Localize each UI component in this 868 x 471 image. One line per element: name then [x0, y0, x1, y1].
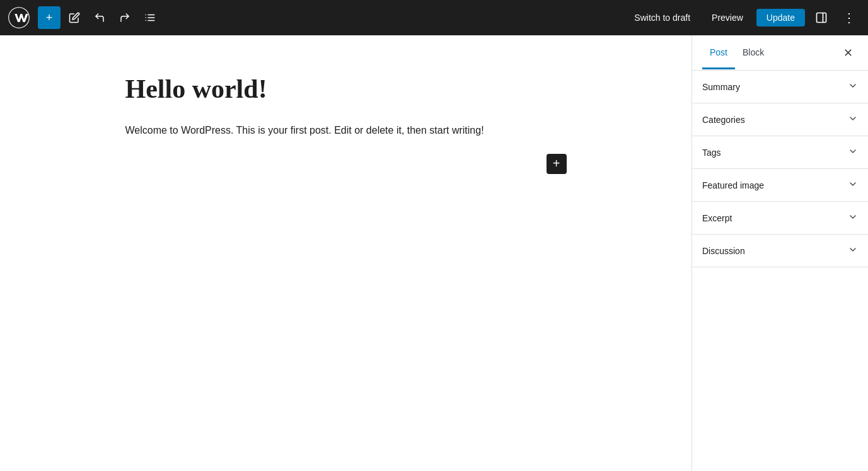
- tab-post[interactable]: Post: [702, 37, 735, 69]
- toolbar-right: Switch to draft Preview Update ⋮: [626, 6, 860, 29]
- sidebar-toggle-button[interactable]: [810, 6, 833, 29]
- panel-featured-image-title: Featured image: [702, 180, 764, 190]
- sidebar-panels: Summary Categories Tags: [692, 71, 868, 471]
- panel-categories-header[interactable]: Categories: [692, 103, 868, 136]
- panel-tags-title: Tags: [702, 148, 721, 158]
- tab-block[interactable]: Block: [735, 37, 772, 69]
- switch-to-draft-button[interactable]: Switch to draft: [626, 8, 698, 27]
- wp-logo[interactable]: [8, 6, 30, 29]
- chevron-summary-icon: [848, 81, 858, 93]
- chevron-discussion-icon: [848, 245, 858, 257]
- editor-content: Hello world! Welcome to WordPress. This …: [125, 73, 567, 433]
- panel-featured-image-header[interactable]: Featured image: [692, 169, 868, 201]
- panel-excerpt-title: Excerpt: [702, 213, 732, 223]
- svg-rect-7: [817, 13, 826, 23]
- panel-discussion: Discussion: [692, 235, 868, 267]
- chevron-tags-icon: [848, 146, 858, 158]
- panel-tags: Tags: [692, 136, 868, 169]
- panel-discussion-header[interactable]: Discussion: [692, 235, 868, 267]
- panel-categories: Categories: [692, 103, 868, 136]
- preview-button[interactable]: Preview: [703, 8, 751, 27]
- panel-tags-header[interactable]: Tags: [692, 136, 868, 168]
- undo-button[interactable]: [88, 6, 111, 29]
- sidebar-close-button[interactable]: ✕: [838, 43, 858, 63]
- edit-mode-button[interactable]: [63, 6, 86, 29]
- redo-button[interactable]: [113, 6, 136, 29]
- update-button[interactable]: Update: [756, 9, 805, 26]
- chevron-featured-image-icon: [848, 179, 858, 191]
- panel-summary-title: Summary: [702, 82, 740, 92]
- inline-add-block-button[interactable]: +: [547, 154, 567, 174]
- main-layout: Hello world! Welcome to WordPress. This …: [0, 35, 868, 471]
- panel-summary-header[interactable]: Summary: [692, 71, 868, 103]
- toolbar: + Switch to draft Preview Update: [0, 0, 868, 35]
- sidebar-header: Post Block ✕: [692, 35, 868, 71]
- post-body[interactable]: Welcome to WordPress. This is your first…: [125, 122, 567, 139]
- sidebar: Post Block ✕ Summary Categories: [692, 35, 868, 471]
- editor-area: Hello world! Welcome to WordPress. This …: [0, 35, 692, 471]
- post-title[interactable]: Hello world!: [125, 73, 567, 105]
- panel-excerpt-header[interactable]: Excerpt: [692, 202, 868, 234]
- panel-summary: Summary: [692, 71, 868, 103]
- panel-excerpt: Excerpt: [692, 202, 868, 235]
- panel-featured-image: Featured image: [692, 169, 868, 202]
- panel-categories-title: Categories: [702, 115, 745, 125]
- more-options-button[interactable]: ⋮: [838, 6, 860, 29]
- chevron-excerpt-icon: [848, 212, 858, 224]
- panel-discussion-title: Discussion: [702, 246, 745, 256]
- chevron-categories-icon: [848, 113, 858, 125]
- add-block-button[interactable]: +: [38, 6, 61, 29]
- list-view-button[interactable]: [139, 6, 161, 29]
